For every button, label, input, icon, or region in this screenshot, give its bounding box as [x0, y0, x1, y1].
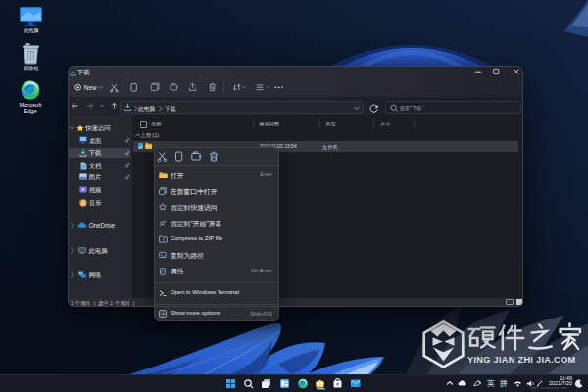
svg-text:拼: 拼: [499, 379, 508, 388]
svg-text:英: 英: [487, 379, 495, 388]
